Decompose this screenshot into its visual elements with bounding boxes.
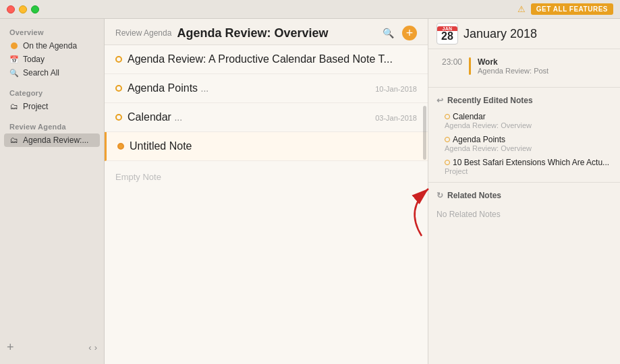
note-content-2: Agenda Points ... 10-Jan-2018 bbox=[128, 82, 417, 94]
category-label: Category bbox=[0, 86, 104, 100]
nav-forward-button[interactable]: › bbox=[94, 342, 97, 353]
note-bullet-3 bbox=[115, 114, 122, 121]
notes-inner: Agenda Review: A Productive Calendar Bas… bbox=[105, 45, 428, 364]
nav-back-button[interactable]: ‹ bbox=[88, 342, 91, 353]
time-bar-1 bbox=[469, 57, 471, 75]
note-title-3: Calendar ... bbox=[128, 111, 182, 123]
close-button[interactable] bbox=[7, 5, 15, 13]
note-title-dots-2: ... bbox=[201, 83, 209, 94]
recent-note-item-3[interactable]: 10 Best Safari Extensions Which Are Actu… bbox=[428, 155, 620, 178]
note-editing-area: Empty Note bbox=[105, 161, 428, 193]
note-content-1: Agenda Review: A Productive Calendar Bas… bbox=[128, 53, 417, 65]
divider-2 bbox=[428, 182, 620, 183]
note-item-2[interactable]: Agenda Points ... 10-Jan-2018 bbox=[105, 74, 428, 103]
overview-label: Overview bbox=[0, 26, 104, 39]
review-agenda-label: Review Agenda bbox=[0, 120, 104, 133]
alert-icon: ⚠ bbox=[517, 4, 526, 14]
sidebar-item-agenda-review[interactable]: 🗂 Agenda Review:... bbox=[4, 133, 100, 147]
related-label: Related Notes bbox=[447, 191, 501, 200]
note-bullet-untitled bbox=[117, 143, 124, 150]
time-content-1: Work Agenda Review: Post bbox=[478, 57, 612, 75]
sidebar-label-project: Project bbox=[23, 102, 48, 111]
cal-date-box: JAN 28 bbox=[436, 23, 458, 44]
traffic-lights bbox=[7, 5, 39, 13]
nav-arrows: ‹ › bbox=[88, 342, 97, 353]
related-heading: ↻ Related Notes bbox=[436, 191, 612, 200]
sidebar-bottom: + ‹ › bbox=[0, 337, 104, 357]
app-body: Overview On the Agenda 📅 Today 🔍 Search … bbox=[0, 19, 620, 364]
recent-note-sub-1: Agenda Review: Overview bbox=[445, 121, 612, 129]
sidebar-item-today[interactable]: 📅 Today bbox=[0, 53, 104, 66]
related-section: ↻ Related Notes bbox=[428, 187, 620, 208]
time-event-sub-1: Agenda Review: Post bbox=[478, 67, 612, 75]
note-date-3: 03-Jan-2018 bbox=[375, 114, 417, 122]
recent-note-name-2: Agenda Points bbox=[445, 135, 612, 144]
sidebar-label-agenda-review: Agenda Review:... bbox=[23, 135, 88, 145]
recent-note-sub-3: Project bbox=[445, 167, 612, 175]
note-content-untitled: Untitled Note bbox=[130, 140, 417, 152]
recent-note-name-3: 10 Best Safari Extensions Which Are Actu… bbox=[445, 158, 612, 167]
note-title-2: Agenda Points ... bbox=[128, 82, 208, 94]
title-bar: ⚠ GET ALL FEATURES bbox=[0, 0, 620, 19]
today-icon: 📅 bbox=[9, 55, 19, 64]
recent-note-item-1[interactable]: Calendar Agenda Review: Overview bbox=[428, 109, 620, 132]
dot-icon-2 bbox=[445, 137, 450, 142]
breadcrumb: Review Agenda bbox=[115, 28, 171, 38]
sidebar-label-today: Today bbox=[23, 55, 45, 64]
note-bullet-2 bbox=[115, 85, 122, 92]
no-related-text: No Related Notes bbox=[428, 208, 620, 220]
recently-edited-heading: ↩ Recently Edited Notes bbox=[428, 92, 620, 109]
note-title-untitled: Untitled Note bbox=[130, 140, 192, 152]
sidebar-item-project[interactable]: 🗂 Project bbox=[0, 100, 104, 113]
search-icon: 🔍 bbox=[9, 68, 19, 78]
sidebar-item-on-the-agenda[interactable]: On the Agenda bbox=[0, 39, 104, 53]
dot-icon-3 bbox=[445, 160, 450, 165]
time-event-title-1: Work bbox=[478, 57, 612, 67]
note-date-2: 10-Jan-2018 bbox=[375, 85, 417, 93]
right-panel: JAN 28 January 2018 23:00 Work Agenda Re… bbox=[428, 19, 620, 364]
note-item-1[interactable]: Agenda Review: A Productive Calendar Bas… bbox=[105, 45, 428, 74]
notes-list-actions: 🔍 + bbox=[381, 26, 417, 40]
empty-note-label: Empty Note bbox=[115, 172, 417, 182]
search-notes-button[interactable]: 🔍 bbox=[381, 26, 395, 40]
get-all-features-button[interactable]: GET ALL FEATURES bbox=[531, 3, 613, 15]
sidebar-label-search-all: Search All bbox=[23, 68, 59, 78]
minimize-button[interactable] bbox=[19, 5, 27, 13]
calendar-header: JAN 28 January 2018 bbox=[428, 19, 620, 49]
calendar-body: 23:00 Work Agenda Review: Post bbox=[428, 49, 620, 83]
note-title-1: Agenda Review: A Productive Calendar Bas… bbox=[128, 53, 393, 65]
top-right-bar: ⚠ GET ALL FEATURES bbox=[517, 3, 613, 15]
new-note-button[interactable]: + bbox=[7, 341, 14, 353]
time-label-1: 23:00 bbox=[436, 57, 462, 75]
cal-day-num: 28 bbox=[441, 31, 453, 42]
dot-icon bbox=[9, 41, 19, 51]
note-title-dots-3: ... bbox=[174, 112, 182, 123]
sidebar-item-search-all[interactable]: 🔍 Search All bbox=[0, 66, 104, 80]
recent-note-sub-2: Agenda Review: Overview bbox=[445, 144, 612, 152]
scrollbar-thumb[interactable] bbox=[423, 106, 426, 160]
notes-list-panel: Review Agenda Agenda Review: Overview 🔍 … bbox=[105, 19, 428, 364]
note-content-3: Calendar ... 03-Jan-2018 bbox=[128, 111, 417, 123]
recent-note-name-1: Calendar bbox=[445, 112, 612, 121]
note-item-3[interactable]: Calendar ... 03-Jan-2018 bbox=[105, 103, 428, 132]
note-bullet-1 bbox=[115, 56, 122, 63]
sidebar: Overview On the Agenda 📅 Today 🔍 Search … bbox=[0, 19, 105, 364]
cal-month-label: January 2018 bbox=[463, 27, 537, 41]
stack-icon-review: 🗂 bbox=[9, 135, 19, 145]
divider-1 bbox=[428, 87, 620, 88]
time-entry-1: 23:00 Work Agenda Review: Post bbox=[436, 55, 612, 78]
dot-icon-1 bbox=[445, 114, 450, 119]
stack-icon-project: 🗂 bbox=[9, 102, 19, 111]
notes-list-header: Review Agenda Agenda Review: Overview 🔍 … bbox=[105, 19, 428, 45]
sidebar-label-on-the-agenda: On the Agenda bbox=[23, 41, 77, 51]
note-item-untitled[interactable]: Untitled Note bbox=[105, 132, 428, 161]
maximize-button[interactable] bbox=[31, 5, 39, 13]
add-note-button[interactable]: + bbox=[402, 26, 417, 40]
scrollbar-track bbox=[423, 99, 426, 364]
notes-list-title: Agenda Review: Overview bbox=[177, 26, 328, 40]
recently-edited-label: Recently Edited Notes bbox=[447, 96, 533, 105]
recent-note-item-2[interactable]: Agenda Points Agenda Review: Overview bbox=[428, 132, 620, 155]
